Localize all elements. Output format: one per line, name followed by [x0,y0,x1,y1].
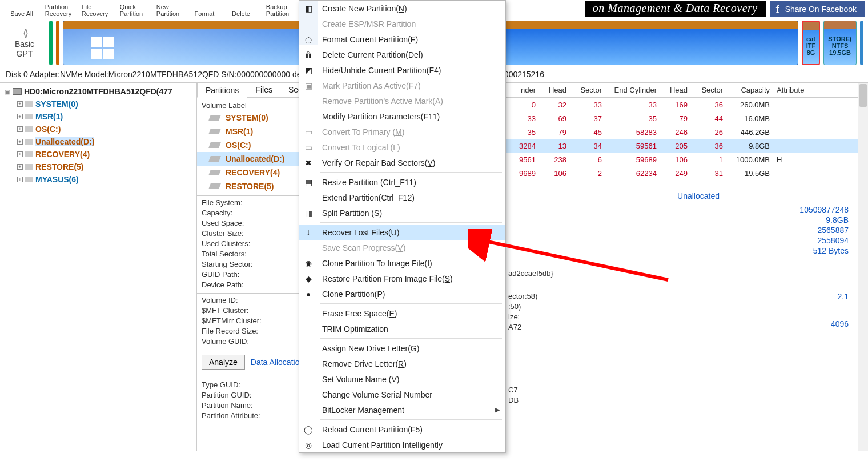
menu-item[interactable]: ◩Hide/Unhide Current Partition(F4) [299,62,505,78]
menu-icon: ● [303,288,314,300]
file-recovery-button[interactable]: File Recovery [77,3,113,17]
menu-item[interactable]: ●Clone Partition(P) [299,286,505,302]
disk-nav[interactable]: ⟨⟩ Basic GPT [5,27,45,59]
partition-grid: nderHeadSectorEnd CylinderHeadSectorCapa… [506,83,868,180]
menu-item[interactable]: BitLocker Management▶ [299,402,505,418]
quick-partition-button[interactable]: Quick Partition [113,3,150,17]
table-row[interactable]: 96891062622342493119.5GB [506,166,868,180]
right-values: 105098772489.8GB25658872558094512 Bytes [799,205,849,256]
menu-item: ▭Convert To Logical (L) [299,139,505,155]
table-row[interactable]: 956123865968910611000.0MBH [506,153,868,166]
analyze-button[interactable]: Analyze [202,355,245,370]
menu-item[interactable]: Remove Drive Letter(R) [299,356,505,371]
unallocated-label: Unallocated [677,191,720,201]
menu-icon: ◆ [303,273,314,284]
delete-button[interactable]: Delete [223,10,259,17]
submenu-arrow-icon: ▶ [495,406,500,414]
partition-recovery-button[interactable]: Partition Recovery [40,3,77,17]
app-banner: on Management & Data Recovery [585,1,766,17]
menu-icon: ▤ [303,177,314,188]
windows-logo-icon [91,37,116,62]
data-allocation-link[interactable]: Data Allocation [251,358,304,367]
tab-files[interactable]: Files [247,83,280,97]
menu-item[interactable]: ✖Verify Or Repair Bad Sectors(V) [299,155,505,170]
nav-arrows-icon: ⟨⟩ [23,27,26,39]
menu-item[interactable]: ⤓Recover Lost Files(U) [299,225,505,240]
tree-item[interactable]: +OS(C:) [1,123,195,135]
menu-item[interactable]: Modify Partition Parameters(F11) [299,109,505,124]
table-row[interactable]: 33693735794416.0MB [506,111,868,125]
menu-item[interactable]: 🗑Delete Current Partition(Del) [299,47,505,62]
frag-a72: A72 [508,323,521,331]
hdd-icon [13,88,22,95]
strip-seg-unallocated[interactable]: catITF8G [802,21,820,65]
tree-item[interactable]: +RESTORE(5) [1,161,195,173]
frag-c7: C7 [508,386,518,394]
menu-item: Remove Partition's Active Mark(A) [299,93,505,109]
menu-item[interactable]: Set Volume Name (V) [299,371,505,387]
tree-item[interactable]: +SYSTEM(0) [1,98,195,110]
format-button[interactable]: Format [186,10,223,17]
menu-icon: ✖ [303,157,314,169]
menu-icon: ◧ [303,3,314,14]
table-row[interactable]: 032333316936260.0MB [506,98,868,111]
strip-seg-restore[interactable]: STORE(NTFS19.5GB [823,21,857,65]
table-row[interactable]: 3579455828324626446.2GB [506,125,868,139]
tree-item[interactable]: +RECOVERY(4) [1,148,195,161]
menu-icon: ▭ [303,126,314,138]
menu-item: ▣Mark Partition As Active(F7) [299,78,505,93]
menu-icon: ◉ [303,258,314,269]
scrollbar-thumb[interactable] [859,84,867,107]
menu-icon: ◌ [303,34,314,45]
tree-root[interactable]: ▣ HD0:Micron2210MTFDHBA512QFD(477 [1,85,195,98]
menu-item[interactable]: ◉Clone Partition To Image File(I) [299,255,505,271]
tree-item[interactable]: +Unallocated(D:) [1,135,195,148]
disk-tree: ▣ HD0:Micron2210MTFDHBA512QFD(477 +SYSTE… [0,83,197,451]
val-4096: 4096 [831,319,849,328]
menu-icon: ▣ [303,80,314,91]
menu-item: Create ESP/MSR Partition [299,16,505,31]
strip-seg-msr[interactable] [56,21,59,65]
menu-item: ▭Convert To Primary (M) [299,124,505,139]
menu-item[interactable]: TRIM Optimization [299,321,505,336]
frag-ector: ector:58) [508,292,537,300]
facebook-icon: f [776,5,779,13]
menu-icon: ◎ [303,439,314,451]
table-row[interactable]: 3284133459561205369.8GB [506,139,868,153]
menu-item[interactable]: ◆Restore Partition From Image File(S) [299,271,505,286]
menu-item[interactable]: ◯Reload Current Partition(F5) [299,422,505,437]
menu-item[interactable]: ◧Create New Partition(N) [299,1,505,16]
guid-frag-1: ad2ccaef5db} [508,269,553,278]
menu-item[interactable]: ◌Format Current Partition(F) [299,31,505,47]
backup-partition-button[interactable]: Backup Partition [259,3,296,17]
menu-icon: ◯ [303,424,314,435]
menu-icon: ⤓ [303,227,314,238]
menu-item[interactable]: Assign New Drive Letter(G) [299,340,505,356]
menu-icon: 🗑 [303,49,314,61]
grid-header: nderHeadSectorEnd CylinderHeadSectorCapa… [506,83,868,98]
share-facebook-button[interactable]: fShare On Facebook [770,1,865,17]
menu-icon: ▥ [303,207,314,219]
val-2-1: 2.1 [838,292,849,301]
save-all-button[interactable]: Save All [3,10,40,17]
menu-item[interactable]: Change Volume Serial Number [299,387,505,402]
tree-item[interactable]: +MSR(1) [1,110,195,123]
menu-icon: ◩ [303,65,314,76]
menu-item[interactable]: Extend Partition(Ctrl_F12) [299,190,505,205]
menu-item[interactable]: ▥Split Partition (S) [299,205,505,221]
frag-db: DB [508,396,519,404]
menu-item[interactable]: ◎Load Current Partition Intelligently [299,437,505,452]
menu-icon: ▭ [303,142,314,153]
frag-50: :50) [508,302,521,311]
menu-item: Save Scan Progress(V) [299,240,505,255]
partition-grid-panel: nderHeadSectorEnd CylinderHeadSectorCapa… [505,83,868,451]
menu-item[interactable]: ▤Resize Partition (Ctrl_F11) [299,174,505,190]
strip-seg-tail[interactable] [860,21,863,65]
right-scrollbar[interactable] [858,83,868,451]
new-partition-button[interactable]: New Partition [150,3,186,17]
menu-item[interactable]: Erase Free Space(E) [299,306,505,321]
partition-context-menu: ◧Create New Partition(N)Create ESP/MSR P… [299,0,506,453]
strip-seg-system[interactable] [49,21,53,65]
tree-item[interactable]: +MYASUS(6) [1,173,195,186]
tab-partitions[interactable]: Partitions [197,83,247,98]
